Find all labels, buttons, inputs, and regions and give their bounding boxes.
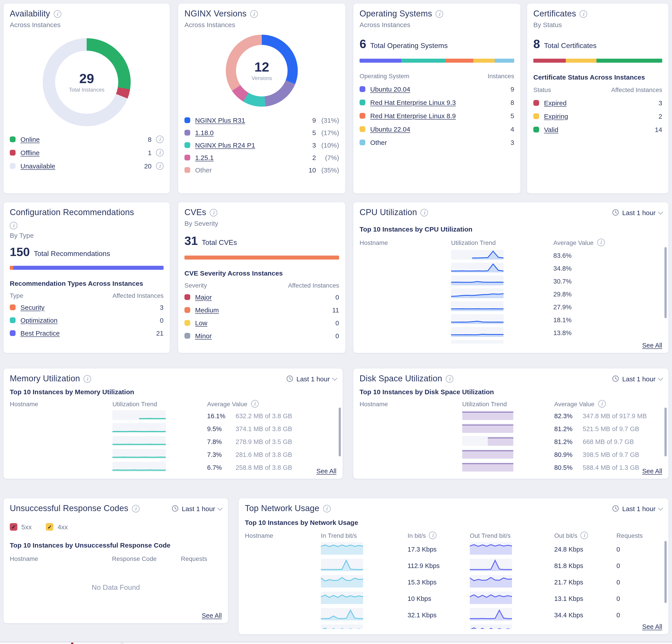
info-icon[interactable]: i	[156, 135, 164, 143]
filter-5xx-checkbox[interactable]: ✓ 5xx	[10, 523, 32, 531]
info-icon[interactable]: i	[597, 239, 605, 246]
os-link[interactable]: Red Hat Enterprise Linux 9.3	[370, 98, 456, 106]
os-count: 8	[511, 98, 514, 106]
card-title: CPU Utilization	[360, 207, 417, 217]
trend-col-header: Utilization Trend	[112, 400, 207, 407]
minor-link[interactable]: Minor	[195, 332, 212, 339]
hostname-col-header: Hostname	[10, 555, 112, 562]
recommendations-list: Security 3 Optimization 0 Best Practice …	[10, 301, 164, 339]
info-icon[interactable]: i	[156, 149, 164, 156]
version-link[interactable]: 1.25.1	[195, 154, 214, 161]
dashboard-page: Availability i Across Instances 29 Total…	[0, 0, 672, 644]
disk-detail: 668 MB of 9.7 GB	[583, 438, 634, 445]
disk-detail: 521.5 MB of 9.7 GB	[583, 425, 639, 432]
info-icon[interactable]: i	[446, 375, 453, 382]
out-trend-col-header: Out Trend bit/s	[470, 532, 554, 539]
severity-col-header: Severity	[184, 282, 207, 289]
memory-detail: 632.2 MB of 3.8 GB	[236, 412, 292, 419]
filter-4xx-checkbox[interactable]: ✓ 4xx	[46, 523, 68, 531]
in-trend-sparkline	[321, 542, 363, 554]
info-icon[interactable]: i	[132, 505, 139, 512]
cpu-time-range-dropdown[interactable]: Last 1 hour	[612, 209, 662, 216]
requests-value: 0	[616, 595, 662, 602]
info-icon[interactable]: i	[598, 400, 605, 407]
legend-row: Other 10 (35%)	[184, 164, 339, 176]
optimization-link[interactable]: Optimization	[21, 317, 58, 324]
cpu-table: 83.6% 34.8% 30.7% 29.8% 27.9%	[360, 249, 662, 344]
low-link[interactable]: Low	[195, 319, 207, 327]
info-icon[interactable]: i	[251, 400, 259, 407]
expiring-count: 2	[658, 112, 662, 120]
os-link[interactable]: Red Hat Enterprise Linux 8.9	[370, 112, 456, 119]
network-usage-card: Top Network Usage i Last 1 hour Top 10 I…	[238, 498, 669, 635]
certificates-stacked-bar	[533, 59, 662, 63]
os-link[interactable]: Ubuntu 20.04	[370, 85, 410, 93]
version-link[interactable]: NGINX Plus R24 P1	[195, 141, 255, 149]
info-icon[interactable]: i	[421, 209, 428, 216]
expiring-link[interactable]: Expiring	[544, 112, 568, 120]
bar-segment	[495, 59, 514, 63]
info-icon[interactable]: i	[429, 532, 437, 539]
info-icon[interactable]: i	[250, 10, 257, 17]
info-icon[interactable]: i	[323, 505, 331, 512]
version-link[interactable]: NGINX Plus R31	[195, 116, 245, 124]
clock-icon	[612, 505, 619, 512]
vertical-scrollbar[interactable]	[664, 541, 667, 603]
memory-see-all-link[interactable]: See All	[316, 467, 336, 475]
info-icon[interactable]: i	[210, 209, 217, 216]
os-swatch	[360, 86, 365, 92]
response-codes-see-all-link[interactable]: See All	[202, 612, 222, 619]
total-recommendations-label: Total Recommendations	[34, 250, 110, 258]
info-icon[interactable]: i	[156, 162, 164, 169]
os-count: 9	[511, 85, 514, 93]
security-link[interactable]: Security	[21, 303, 45, 311]
network-see-all-link[interactable]: See All	[642, 623, 662, 630]
info-icon[interactable]: i	[579, 10, 587, 17]
offline-link[interactable]: Offline	[21, 149, 39, 156]
version-count: 10	[301, 166, 316, 174]
legend-row: 1.18.0 5 (17%)	[184, 126, 339, 139]
disk-sparkline	[462, 410, 513, 420]
cpu-avg-value: 30.7%	[553, 277, 572, 285]
info-icon[interactable]: i	[436, 10, 443, 17]
version-link[interactable]: 1.18.0	[195, 129, 214, 136]
recommendations-stacked-bar	[10, 266, 164, 270]
info-icon[interactable]: i	[10, 222, 17, 229]
version-swatch	[184, 167, 190, 173]
major-link[interactable]: Major	[195, 293, 212, 301]
card-title: Availability	[10, 9, 50, 19]
expired-link[interactable]: Expired	[544, 99, 567, 106]
version-count: 5	[301, 129, 316, 136]
valid-link[interactable]: Valid	[544, 126, 559, 133]
info-icon[interactable]: i	[580, 532, 588, 539]
avg-col-header: Average Value	[553, 239, 593, 246]
vertical-scrollbar[interactable]	[664, 247, 667, 318]
os-row: Ubuntu 20.04 9	[360, 82, 514, 96]
total-cves-value: 31	[184, 234, 198, 248]
legend-row: Offline 1 i	[10, 146, 164, 159]
disk-time-range-dropdown[interactable]: Last 1 hour	[612, 375, 662, 382]
vertical-scrollbar[interactable]	[664, 407, 667, 456]
bar-segment	[10, 266, 13, 270]
memory-row: 7.8% 278.9 MB of 3.5 GB	[10, 435, 336, 448]
online-link[interactable]: Online	[21, 135, 40, 143]
disk-section-title: Top 10 Instances by Disk Space Utilizati…	[360, 388, 662, 395]
disk-see-all-link[interactable]: See All	[642, 467, 662, 475]
vertical-scrollbar[interactable]	[339, 407, 341, 456]
best-practice-link[interactable]: Best Practice	[21, 329, 60, 337]
certificates-section-title: Certificate Status Across Instances	[533, 73, 662, 81]
network-time-range-dropdown[interactable]: Last 1 hour	[612, 505, 662, 512]
medium-link[interactable]: Medium	[195, 306, 219, 314]
in-trend-sparkline	[321, 624, 363, 629]
response-codes-time-range-dropdown[interactable]: Last 1 hour	[171, 505, 222, 512]
unavailable-link[interactable]: Unavailable	[21, 162, 55, 169]
expired-swatch	[533, 100, 539, 106]
memory-time-range-dropdown[interactable]: Last 1 hour	[286, 375, 336, 382]
info-icon[interactable]: i	[84, 375, 91, 382]
os-swatch	[360, 99, 365, 105]
cpu-see-all-link[interactable]: See All	[642, 342, 662, 349]
info-icon[interactable]: i	[53, 10, 61, 17]
os-link[interactable]: Ubuntu 22.04	[370, 125, 410, 133]
certificate-row: Valid 14	[533, 123, 662, 136]
network-row: 10 Kbps 13.1 Kbps 0	[245, 590, 662, 607]
